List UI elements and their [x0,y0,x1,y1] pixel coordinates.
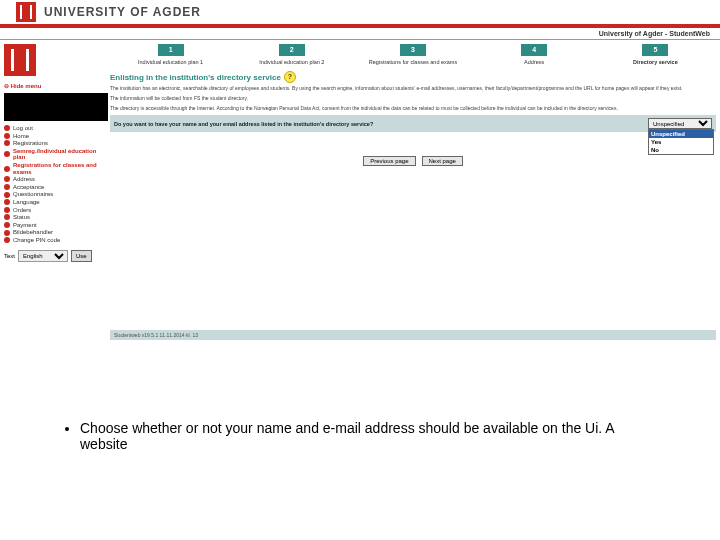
language-use-button[interactable]: Use [71,250,92,262]
sidebar-item[interactable]: Status [4,214,108,221]
sidebar-item-label: Registrations [13,140,48,147]
sidebar-item-label: Acceptance [13,184,44,191]
previous-page-button[interactable]: Previous page [363,156,415,166]
sidebar-item[interactable]: Log out [4,125,108,132]
progress-step-label: Individual education plan 1 [110,59,231,65]
main-column: 1Individual education plan 1 2Individual… [110,40,720,340]
sidebar-black-panel [4,93,108,121]
brand-name: UNIVERSITY OF AGDER [44,5,201,19]
hide-menu-label: Hide menu [11,83,42,89]
sidebar-item-label: Home [13,133,29,140]
sidebar-item-label: Semreg./Individual education plan [13,148,108,161]
studentweb-title: University of Agder - StudentWeb [599,30,710,37]
bullet-icon [4,192,10,198]
bullet-icon [4,133,10,139]
language-select[interactable]: English [18,250,68,262]
slide-bullet-region: Choose whether or not your name and e-ma… [60,420,660,452]
bullet-icon [4,140,10,146]
bullet-icon [4,207,10,213]
progress-step-label: Directory service [595,59,716,65]
language-label: Text [4,253,15,259]
sidebar-item-label: Bildebehandler [13,229,53,236]
page-title: Enlisting in the institution's directory… [110,71,716,83]
bullet-icon [4,166,10,172]
progress-step-label: Address [474,59,595,65]
footer-bar: Studentweb v19.5.1 11.11.2014 kl. 13 [110,330,716,340]
sidebar-item[interactable]: Orders [4,207,108,214]
next-page-button[interactable]: Next page [422,156,463,166]
sidebar-item-label: Registrations for classes and exams [13,162,108,175]
sidebar-item[interactable]: Home [4,133,108,140]
minus-icon: ⊖ [4,83,11,89]
sidebar-menu: Log out Home Registrations Semreg./Indiv… [4,125,108,244]
sidebar-item[interactable]: Language [4,199,108,206]
sidebar-item-label: Change PIN code [13,237,60,244]
bullet-icon [4,151,10,157]
progress-step[interactable]: 5Directory service [595,44,716,65]
sidebar-item-label: Language [13,199,40,206]
language-row: Text English Use [4,250,108,262]
bullet-icon [4,176,10,182]
progress-step-number: 1 [158,44,184,56]
sidebar-item[interactable]: Registrations [4,140,108,147]
intro-paragraph-3: The directory is accessible through the … [110,105,716,111]
sidebar-item-label: Status [13,214,30,221]
progress-step[interactable]: 4Address [474,44,595,65]
dropdown-option[interactable]: No [649,146,713,154]
intro-paragraph-1: The institution has an electronic, searc… [110,85,716,91]
sidebar-item[interactable]: Semreg./Individual education plan [4,148,108,161]
hide-menu-link[interactable]: ⊖ Hide menu [4,82,108,89]
progress-step-number: 5 [642,44,668,56]
bullet-icon [4,199,10,205]
directory-question-text: Do you want to have your name and your e… [114,121,373,127]
uia-logo-icon [16,2,36,22]
bullet-icon [4,214,10,220]
sidebar-item[interactable]: Registrations for classes and exams [4,162,108,175]
sidebar-item[interactable]: Bildebehandler [4,229,108,236]
directory-question-bar: Do you want to have your name and your e… [110,115,716,132]
sidebar-item-label: Address [13,176,35,183]
bullet-icon [4,230,10,236]
bullet-icon [4,222,10,228]
sidebar-item[interactable]: Payment [4,222,108,229]
bullet-icon [4,125,10,131]
brand-bar: UNIVERSITY OF AGDER [0,0,720,28]
progress-step-number: 2 [279,44,305,56]
dropdown-option[interactable]: Yes [649,138,713,146]
sidebar-item-label: Orders [13,207,31,214]
directory-consent-select[interactable]: Unspecified [648,118,712,129]
sidebar-item-label: Log out [13,125,33,132]
directory-consent-dropdown[interactable]: Unspecified Unspecified Yes No [648,118,712,129]
slide-bullet: Choose whether or not your name and e-ma… [80,420,660,452]
progress-bar: 1Individual education plan 1 2Individual… [110,44,716,65]
sidebar-item[interactable]: Questionnaires [4,191,108,198]
progress-step[interactable]: 2Individual education plan 2 [231,44,352,65]
progress-step[interactable]: 1Individual education plan 1 [110,44,231,65]
progress-step-label: Individual education plan 2 [231,59,352,65]
progress-step[interactable]: 3Registrations for classes and exams [352,44,473,65]
bullet-icon [4,184,10,190]
progress-step-number: 4 [521,44,547,56]
studentweb-body: ⊖ Hide menu Log out Home Registrations S… [0,40,720,340]
page-title-text: Enlisting in the institution's directory… [110,73,281,82]
sidebar-item-label: Payment [13,222,37,229]
page-nav-buttons: Previous page Next page [110,156,716,166]
sidebar-item[interactable]: Change PIN code [4,237,108,244]
dropdown-option[interactable]: Unspecified [649,130,713,138]
bullet-icon [4,237,10,243]
sidebar: ⊖ Hide menu Log out Home Registrations S… [0,40,110,340]
studentweb-header: University of Agder - StudentWeb [0,28,720,40]
progress-step-label: Registrations for classes and exams [352,59,473,65]
progress-step-number: 3 [400,44,426,56]
help-icon[interactable]: ? [284,71,296,83]
sidebar-item[interactable]: Address [4,176,108,183]
dropdown-list: Unspecified Yes No [648,129,714,155]
intro-paragraph-2: The information will be collected from F… [110,95,716,101]
uia-logo-icon [4,44,36,76]
sidebar-item-label: Questionnaires [13,191,53,198]
sidebar-item[interactable]: Acceptance [4,184,108,191]
